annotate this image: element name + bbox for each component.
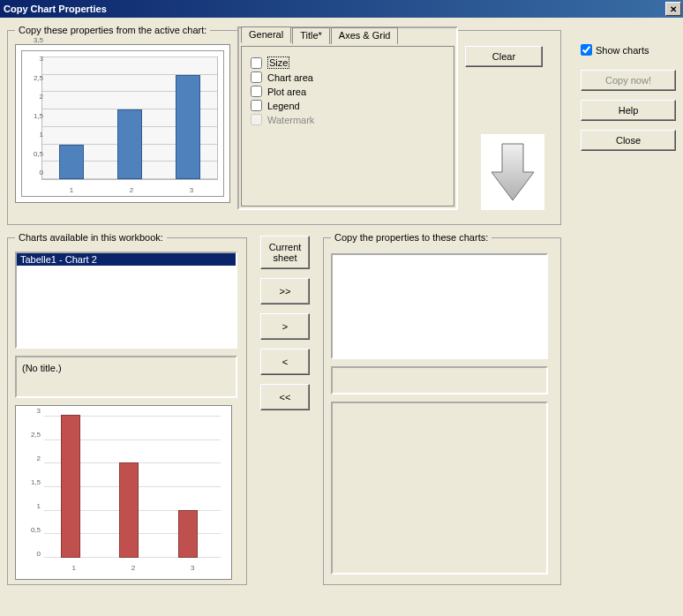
tab-title[interactable]: Title* — [292, 27, 330, 44]
active-chart-preview: 00,511,522,533,5 123 — [15, 44, 230, 203]
current-sheet-button[interactable]: Current sheet — [260, 236, 310, 269]
clear-button[interactable]: Clear — [465, 46, 543, 67]
available-group-legend: Charts available in this workbook: — [15, 232, 167, 243]
titlebar: Copy Chart Properties ✕ — [0, 0, 683, 18]
copy-now-button[interactable]: Copy now! — [581, 70, 676, 91]
target-group-legend: Copy the properties to these charts: — [331, 232, 492, 243]
available-charts-list[interactable]: Tabelle1 - Chart 2 — [15, 252, 237, 349]
available-chart-preview: 00,511,522,53 123 — [15, 405, 232, 580]
tab-axes-grid[interactable]: Axes & Grid — [331, 27, 399, 44]
remove-one-button[interactable]: < — [260, 349, 310, 375]
close-button[interactable]: Close — [581, 130, 676, 151]
option-legend[interactable]: Legend — [251, 100, 445, 111]
move-buttons-column: Current sheet >> > < << — [254, 232, 316, 410]
no-title-label: (No title.) — [22, 363, 62, 373]
target-title-panel — [331, 366, 548, 394]
option-plot-area[interactable]: Plot area — [251, 86, 445, 97]
source-properties-group: Copy these properties from the active ch… — [7, 25, 561, 225]
chart-title-panel: (No title.) — [15, 356, 237, 398]
available-charts-group: Charts available in this workbook: Tabel… — [7, 232, 247, 585]
down-arrow-icon — [481, 134, 544, 210]
close-icon[interactable]: ✕ — [665, 2, 681, 16]
target-charts-list[interactable] — [331, 253, 548, 359]
tab-general[interactable]: General — [241, 26, 291, 43]
properties-tabs: General Title* Axes & Grid Size Chart ar… — [237, 26, 458, 210]
show-charts-input[interactable] — [581, 44, 592, 56]
option-size[interactable]: Size — [251, 56, 445, 69]
tabpage-general: Size Chart area Plot area Legend Waterma… — [241, 46, 454, 207]
show-charts-label: Show charts — [596, 45, 649, 56]
show-charts-checkbox[interactable]: Show charts — [581, 44, 676, 56]
option-watermark: Watermark — [251, 114, 445, 125]
remove-all-button[interactable]: << — [260, 384, 310, 410]
add-all-button[interactable]: >> — [260, 278, 310, 304]
help-button[interactable]: Help — [581, 100, 676, 121]
add-one-button[interactable]: > — [260, 313, 310, 340]
window-title: Copy Chart Properties — [4, 4, 107, 14]
target-charts-group: Copy the properties to these charts: — [323, 232, 561, 585]
option-chart-area[interactable]: Chart area — [251, 71, 445, 83]
target-chart-preview — [331, 402, 548, 575]
source-group-legend: Copy these properties from the active ch… — [15, 25, 210, 35]
list-item[interactable]: Tabelle1 - Chart 2 — [17, 253, 236, 266]
